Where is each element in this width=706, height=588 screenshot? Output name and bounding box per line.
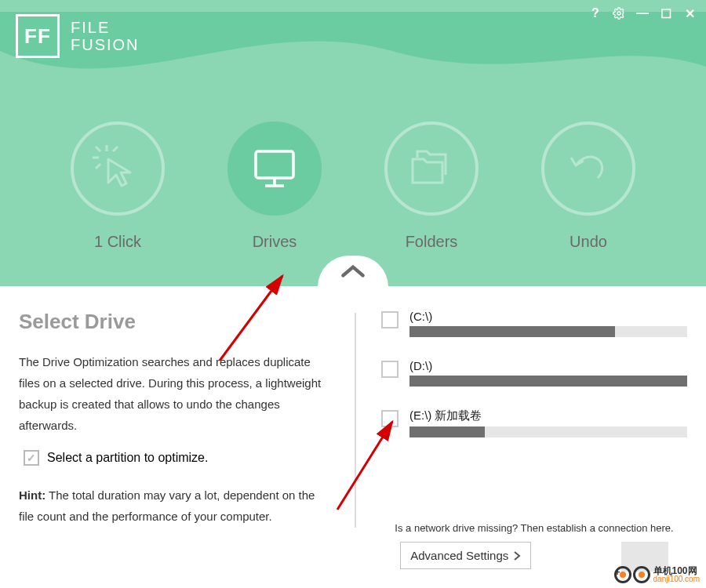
advanced-settings-label: Advanced Settings	[410, 549, 508, 562]
select-hint-row: ✓ Select a partition to optimize.	[24, 450, 333, 466]
watermark-eye-icon: +	[614, 566, 631, 583]
logo: FF FILE FUSION	[16, 14, 140, 58]
svg-rect-6	[256, 151, 293, 178]
content-area: Select Drive The Drive Optimization sear…	[0, 286, 706, 584]
hint-paragraph: Hint: The total duration may vary a lot,…	[19, 485, 333, 527]
drive-usage-fill	[409, 426, 485, 437]
maximize-button[interactable]: ☐	[659, 6, 673, 20]
drive-usage-bar	[409, 376, 687, 387]
section-heading: Select Drive	[19, 310, 333, 334]
drives-column: (C:\) (D:\) (E:\) 新加载卷 Is a network driv…	[362, 310, 687, 575]
nav-label: 1 Click	[55, 233, 180, 251]
logo-badge: FF	[16, 14, 60, 58]
drive-label: (D:\)	[409, 359, 687, 372]
info-column: Select Drive The Drive Optimization sear…	[19, 310, 348, 575]
nav-label: Drives	[212, 233, 337, 251]
select-hint-text: Select a partition to optimize.	[47, 451, 208, 465]
watermark: + 单机100网 danji100.com	[614, 566, 700, 583]
drive-usage-bar	[409, 326, 687, 337]
app-header: FF FILE FUSION ? — ☐ ✕	[0, 0, 706, 82]
folders-icon	[406, 143, 457, 194]
help-button[interactable]: ?	[588, 6, 602, 20]
drive-label: (C:\)	[409, 310, 687, 323]
hint-text: The total duration may vary a lot, depen…	[19, 488, 315, 523]
collapse-panel-button[interactable]	[318, 256, 388, 287]
drive-checkbox-d[interactable]	[381, 361, 398, 378]
watermark-eye-icon	[633, 566, 650, 583]
gear-icon	[613, 7, 625, 20]
minimize-button[interactable]: —	[635, 6, 650, 20]
drive-usage-fill	[409, 376, 687, 387]
svg-line-3	[96, 147, 100, 151]
nav-item-folders[interactable]: Folders	[369, 122, 494, 251]
nav-item-oneclick[interactable]: 1 Click	[55, 122, 180, 251]
cursor-click-icon	[93, 143, 143, 194]
app-title: FILE FUSION	[71, 19, 140, 53]
svg-line-4	[113, 147, 118, 151]
nav-label: Undo	[526, 233, 651, 251]
window-controls: ? — ☐ ✕	[588, 6, 697, 20]
drive-checkbox-e[interactable]	[381, 410, 398, 427]
undo-arrow-icon	[563, 143, 613, 194]
svg-line-5	[96, 164, 100, 169]
drive-usage-fill	[409, 326, 615, 337]
advanced-settings-button[interactable]: Advanced Settings	[400, 542, 531, 569]
close-button[interactable]: ✕	[682, 6, 697, 20]
svg-point-0	[617, 12, 620, 15]
vertical-divider	[355, 313, 356, 528]
drive-usage-bar	[409, 426, 687, 437]
nav-label: Folders	[369, 233, 494, 251]
drive-checkbox-c[interactable]	[381, 311, 398, 328]
watermark-url: danji100.com	[653, 575, 700, 583]
chevron-up-icon	[339, 260, 367, 282]
nav-item-undo[interactable]: Undo	[526, 122, 651, 251]
nav-area: 1 Click Drives Folders	[0, 82, 706, 286]
description-text: The Drive Optimization searches and repl…	[19, 351, 333, 436]
drive-row-e: (E:\) 新加载卷	[381, 408, 687, 437]
hint-label: Hint:	[19, 488, 45, 502]
drive-row-d: (D:\)	[381, 359, 687, 387]
checkmark-icon: ✓	[24, 450, 39, 466]
chevron-right-icon	[513, 550, 521, 561]
drive-row-c: (C:\)	[381, 310, 687, 337]
drive-label: (E:\) 新加载卷	[409, 408, 687, 423]
nav-item-drives[interactable]: Drives	[212, 122, 337, 251]
network-drive-hint[interactable]: Is a network drive missing? Then establi…	[381, 522, 687, 534]
settings-button[interactable]	[612, 6, 626, 20]
monitor-icon	[249, 143, 300, 194]
